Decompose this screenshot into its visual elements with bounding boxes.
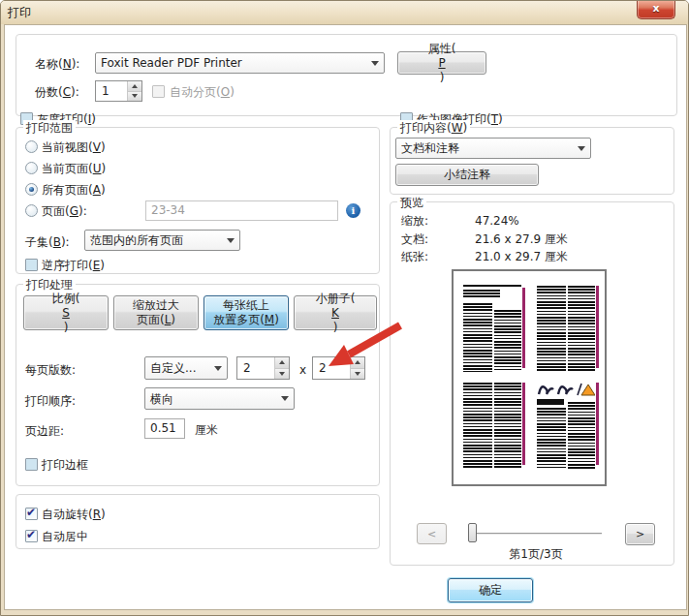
margin-unit-label: 厘米 xyxy=(195,422,218,438)
pages-down-value: 2 xyxy=(319,361,327,375)
summarize-comments-button[interactable]: 小结注释 xyxy=(395,164,539,186)
current-view-radio[interactable] xyxy=(25,140,38,153)
current-view-label[interactable]: 当前视图(V) xyxy=(42,139,106,155)
page-thumbnail xyxy=(462,284,527,374)
spin-up-icon[interactable] xyxy=(275,357,289,368)
print-dialog: 打印 x 名称(N): Foxit Reader PDF Printer 属性(… xyxy=(0,0,689,616)
shrink-oversize-button[interactable]: 缩放过大 页面(L) xyxy=(113,295,199,330)
booklet-button[interactable]: 小册子(K) xyxy=(294,295,377,330)
margin-label: 页边距: xyxy=(25,423,64,439)
page-indicator: 第1页/3页 xyxy=(417,546,655,562)
chevron-down-icon xyxy=(210,358,226,378)
current-page-label[interactable]: 当前页面(U) xyxy=(42,161,106,176)
paper-size-label: 纸张: xyxy=(401,249,428,264)
pages-across-value: 2 xyxy=(243,361,251,375)
current-page-radio[interactable] xyxy=(25,162,38,174)
page-thumbnail xyxy=(462,381,527,471)
grid-times-label: x xyxy=(299,362,306,378)
all-pages-radio[interactable] xyxy=(25,183,38,196)
printer-select-value: Foxit Reader PDF Printer xyxy=(101,56,242,70)
subset-select[interactable]: 范围内的所有页面 xyxy=(84,230,240,251)
pages-down-stepper[interactable]: 2 xyxy=(312,356,365,380)
close-icon: x xyxy=(652,2,659,15)
pages-across-stepper[interactable]: 2 xyxy=(236,356,290,380)
auto-center-label: 自动居中 xyxy=(42,529,88,544)
printer-name-label: 名称(N): xyxy=(35,56,79,72)
subset-select-value: 范围内的所有页面 xyxy=(90,232,183,249)
chevron-down-icon xyxy=(223,231,238,249)
preview-prev-button[interactable]: < xyxy=(417,523,447,544)
zoom-label: 缩放: xyxy=(401,213,428,229)
pages-per-sheet-value: 自定义... xyxy=(150,360,196,377)
margin-input[interactable]: 0.51 xyxy=(144,418,185,439)
scale-mode-button[interactable]: 比例(S) xyxy=(23,295,109,330)
all-pages-label[interactable]: 所有页面(A) xyxy=(42,182,106,198)
zoom-value: 47.24% xyxy=(475,213,519,229)
properties-button[interactable]: 属性(P) xyxy=(397,51,486,75)
pages-label[interactable]: 页面(G): xyxy=(42,203,87,219)
spin-down-icon[interactable] xyxy=(275,368,289,380)
preview-next-button[interactable]: > xyxy=(625,523,655,545)
copies-stepper[interactable]: 1 xyxy=(95,80,142,102)
multiple-per-sheet-button[interactable]: 每张纸上 放置多页(M) xyxy=(204,295,289,330)
collate-checkbox xyxy=(152,85,165,98)
preview-page-slider[interactable] xyxy=(466,521,604,544)
pages-radio[interactable] xyxy=(25,204,38,217)
spin-up-icon[interactable] xyxy=(351,357,364,368)
reverse-label: 逆序打印(E) xyxy=(42,258,105,273)
auto-rotate-checkbox[interactable] xyxy=(25,508,38,520)
spin-up-icon[interactable] xyxy=(128,81,141,91)
spin-down-icon[interactable] xyxy=(128,91,141,102)
page-thumbnail xyxy=(536,284,601,374)
pages-input[interactable]: 23-34 xyxy=(145,200,338,221)
print-content-value: 文档和注释 xyxy=(401,140,459,157)
chevron-down-icon xyxy=(574,139,589,157)
auto-rotate-label: 自动旋转(R) xyxy=(42,507,106,522)
chevron-down-icon xyxy=(367,54,383,72)
print-border-checkbox[interactable] xyxy=(25,458,38,471)
info-icon[interactable]: i xyxy=(346,203,360,218)
print-order-select[interactable]: 横向 xyxy=(144,387,295,410)
ok-button[interactable]: 确定 xyxy=(448,578,533,602)
preview-page xyxy=(452,269,607,486)
pages-per-sheet-select[interactable]: 自定义... xyxy=(144,356,228,380)
chevron-down-icon xyxy=(277,389,293,408)
pages-per-sheet-label: 每页版数: xyxy=(25,362,76,378)
close-button[interactable]: x xyxy=(637,0,675,19)
print-content-select[interactable]: 文档和注释 xyxy=(395,138,591,159)
printer-select[interactable]: Foxit Reader PDF Printer xyxy=(95,52,385,74)
collate-label: 自动分页(O) xyxy=(170,84,235,100)
reverse-checkbox[interactable] xyxy=(25,259,38,271)
window-title: 打印 xyxy=(8,5,31,21)
brand-logo-icon xyxy=(537,382,595,397)
spin-down-icon[interactable] xyxy=(351,368,364,380)
print-range-caption: 打印范围 xyxy=(23,120,76,137)
dialog-body: 名称(N): Foxit Reader PDF Printer 属性(P) 份数… xyxy=(4,24,687,610)
paper-size-value: 21.0 x 29.7 厘米 xyxy=(475,249,568,264)
slider-track[interactable] xyxy=(470,533,602,534)
slider-handle[interactable] xyxy=(468,523,477,542)
print-order-value: 横向 xyxy=(150,390,173,407)
page-thumbnail xyxy=(536,381,601,471)
auto-center-checkbox[interactable] xyxy=(25,530,38,542)
print-border-label: 打印边框 xyxy=(42,457,88,473)
print-order-label: 打印顺序: xyxy=(25,393,76,409)
title-bar[interactable]: 打印 x xyxy=(1,1,688,24)
copies-label: 份数(C): xyxy=(35,84,79,100)
print-content-caption: 打印内容(W) xyxy=(397,120,470,137)
copies-value: 1 xyxy=(102,84,110,98)
preview-caption: 预览 xyxy=(397,195,426,211)
printer-group: 名称(N): Foxit Reader PDF Printer 属性(P) 份数… xyxy=(16,34,677,116)
subset-label: 子集(B): xyxy=(25,234,70,250)
document-size-label: 文档: xyxy=(401,231,428,247)
document-size-value: 21.6 x 27.9 厘米 xyxy=(475,231,568,247)
